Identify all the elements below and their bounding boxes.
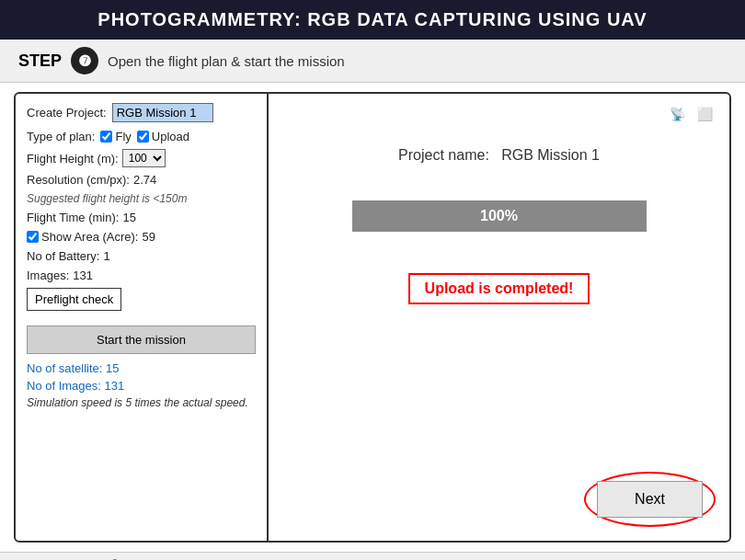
footer: © 2022 SOLVE - The Virtual Lab @ NITK Su… (0, 552, 745, 560)
project-name-input[interactable] (112, 103, 213, 122)
upload-checkbox-label[interactable]: Upload (137, 130, 189, 143)
no-images-label: No of Images: (27, 379, 101, 393)
type-plan-row: Type of plan: Fly Upload (27, 130, 256, 143)
show-area-label: Show Area (Acre): (41, 230, 139, 244)
right-panel: 📡 ⬜ Project name: RGB Mission 1 100% Upl… (269, 94, 729, 541)
fly-label: Fly (115, 130, 131, 143)
no-images-value: 131 (105, 379, 125, 393)
battery-label: No of Battery: (27, 249, 99, 263)
progress-text: 100% (480, 208, 518, 224)
next-btn-oval: Next (584, 472, 716, 527)
step-description: Open the flight plan & start the mission (108, 53, 345, 69)
step-label: STEP (18, 51, 62, 71)
preflight-check-button[interactable]: Preflight check (27, 288, 121, 311)
images-row: Images: 131 (27, 269, 256, 282)
create-project-row: Create Project: (27, 103, 256, 122)
battery-row: No of Battery: 1 (27, 249, 256, 263)
type-plan-label: Type of plan: (27, 130, 95, 143)
flight-time-label: Flight Time (min): (27, 211, 119, 224)
satellite-value: 15 (106, 361, 119, 375)
upload-status-wrapper: Upload is completed! (282, 255, 716, 323)
flight-height-label: Flight Height (m): (27, 152, 119, 166)
progress-bar: 100% (352, 200, 647, 232)
suggested-note: Suggested flight height is <150m (27, 192, 256, 205)
project-name-right: RGB Mission 1 (501, 147, 600, 163)
satellite-info: No of satellite: 15 (27, 361, 256, 375)
start-mission-button[interactable]: Start the mission (27, 326, 256, 354)
satellite-icon[interactable]: 📡 (666, 103, 688, 125)
main-content: Create Project: Type of plan: Fly Upload… (14, 92, 731, 543)
images-label: Images: (27, 269, 69, 282)
step-bar: STEP ❼ Open the flight plan & start the … (0, 40, 745, 83)
upload-status: Upload is completed! (408, 273, 590, 304)
expand-icon[interactable]: ⬜ (693, 103, 716, 125)
page-header: PHOTOGRAMMETRY: RGB DATA CAPTURING USING… (0, 0, 745, 40)
next-button[interactable]: Next (597, 481, 703, 518)
flight-time-row: Flight Time (min): 15 (27, 211, 256, 224)
resolution-value: 2.74 (133, 173, 156, 187)
satellite-label: No of satellite: (27, 361, 102, 375)
upload-label: Upload (152, 130, 189, 143)
resolution-row: Resolution (cm/px): 2.74 (27, 173, 256, 187)
battery-value: 1 (103, 249, 109, 263)
simulation-note: Simulation speed is 5 times the actual s… (27, 396, 256, 409)
resolution-label: Resolution (cm/px): (27, 173, 130, 187)
create-project-label: Create Project: (27, 106, 107, 120)
fly-checkbox-label[interactable]: Fly (100, 130, 131, 143)
right-icons: 📡 ⬜ (282, 103, 716, 125)
show-area-row: Show Area (Acre): 59 (27, 230, 256, 244)
fly-checkbox[interactable] (100, 131, 112, 143)
progress-container: 100% (352, 200, 647, 232)
show-area-value: 59 (143, 230, 155, 244)
images-value: 131 (73, 269, 93, 282)
step-number: ❼ (71, 47, 98, 74)
next-btn-wrapper: Next (584, 472, 716, 527)
flight-height-row: Flight Height (m): 100 150 200 (27, 149, 256, 167)
project-name-display: Project name: RGB Mission 1 (282, 147, 716, 164)
header-title: PHOTOGRAMMETRY: RGB DATA CAPTURING USING… (97, 9, 647, 29)
left-panel: Create Project: Type of plan: Fly Upload… (16, 94, 269, 541)
flight-height-select[interactable]: 100 150 200 (122, 149, 166, 167)
project-name-prefix: Project name: (398, 147, 489, 163)
flight-time-value: 15 (122, 211, 135, 224)
show-area-checkbox[interactable] (27, 231, 39, 243)
upload-checkbox[interactable] (137, 131, 149, 143)
show-area-checkbox-label[interactable]: Show Area (Acre): (27, 230, 139, 244)
images-info-bottom: No of Images: 131 (27, 379, 256, 393)
